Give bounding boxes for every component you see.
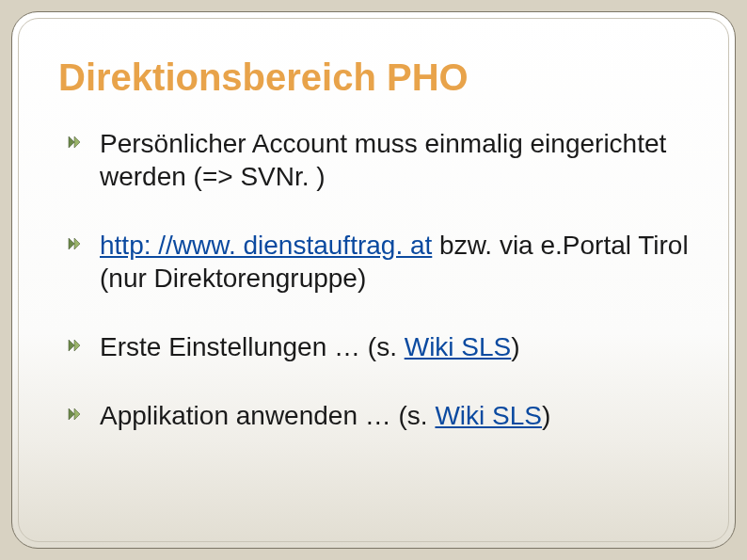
item-text-before: Erste Einstellungen … (s. (100, 332, 405, 361)
item-text-after: ) (511, 332, 519, 361)
slide-outer-frame: Direktionsbereich PHO Persönlicher Accou… (11, 11, 736, 549)
bullet-list: Persönlicher Account muss einmalig einge… (58, 127, 689, 432)
bullet-icon (68, 408, 81, 421)
link-wiki-sls[interactable]: Wiki SLS (405, 332, 512, 361)
list-item: Applikation anwenden … (s. Wiki SLS) (58, 399, 689, 432)
item-text-before: Applikation anwenden … (s. (100, 401, 435, 430)
list-item: Persönlicher Account muss einmalig einge… (58, 127, 689, 193)
list-item: Erste Einstellungen … (s. Wiki SLS) (58, 330, 689, 363)
bullet-icon (68, 339, 81, 352)
item-text-after: ) (542, 401, 550, 430)
bullet-icon (68, 237, 81, 250)
bullet-icon (68, 136, 81, 149)
slide-inner-frame: Direktionsbereich PHO Persönlicher Accou… (18, 18, 729, 542)
list-item: http: //www. dienstauftrag. at bzw. via … (58, 229, 689, 295)
link-dienstauftrag[interactable]: http: //www. dienstauftrag. at (100, 231, 432, 260)
item-text: Persönlicher Account muss einmalig einge… (100, 129, 666, 191)
link-wiki-sls[interactable]: Wiki SLS (435, 401, 542, 430)
slide-title: Direktionsbereich PHO (58, 56, 689, 99)
